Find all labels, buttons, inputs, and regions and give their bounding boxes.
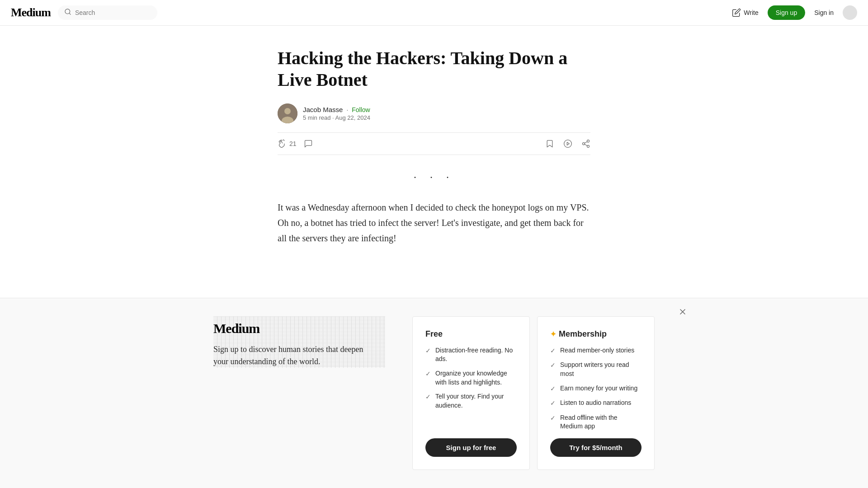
write-button[interactable]: Write (732, 8, 758, 17)
listen-button[interactable] (563, 139, 572, 148)
clap-icon (278, 139, 287, 148)
comment-icon (304, 139, 313, 148)
author-name-row: Jacob Masse · Follow (303, 106, 370, 113)
svg-point-9 (587, 145, 590, 147)
article-title: Hacking the Hackers: Taking Down a Live … (278, 47, 590, 91)
dot-separator: · (346, 106, 348, 113)
action-left: 21 (278, 139, 313, 148)
publish-date: Aug 22, 2024 (335, 114, 370, 121)
svg-line-11 (585, 141, 587, 143)
svg-point-8 (583, 143, 585, 145)
edit-icon (732, 8, 741, 17)
author-name: Jacob Masse (303, 106, 343, 113)
search-icon (64, 8, 71, 17)
write-label: Write (744, 9, 758, 16)
divider-dots: · · · (278, 171, 590, 183)
navbar: Medium Write Sign up Sign in (0, 0, 868, 26)
navbar-right: Write Sign up Sign in (732, 5, 857, 20)
bookmark-icon (545, 139, 554, 148)
author-row: Jacob Masse · Follow 5 min read · Aug 22… (278, 103, 590, 123)
author-info: Jacob Masse · Follow 5 min read · Aug 22… (303, 106, 370, 121)
svg-line-10 (585, 144, 587, 145)
read-time: 5 min read (303, 114, 330, 121)
save-button[interactable] (545, 139, 554, 148)
signup-button[interactable]: Sign up (768, 5, 805, 20)
search-bar[interactable] (58, 5, 157, 20)
svg-point-5 (564, 140, 572, 148)
avatar-image (278, 103, 297, 123)
svg-marker-6 (567, 142, 569, 145)
action-right (545, 139, 590, 148)
svg-point-3 (284, 108, 291, 114)
action-bar: 21 (278, 132, 590, 155)
clap-button[interactable]: 21 (278, 139, 297, 148)
svg-line-1 (69, 13, 71, 14)
search-input[interactable] (75, 9, 151, 16)
author-avatar[interactable] (278, 103, 297, 123)
signin-button[interactable]: Sign in (814, 9, 834, 16)
article-body: It was a Wednesday afternoon when I deci… (278, 200, 590, 246)
medium-logo[interactable]: Medium (11, 6, 51, 19)
play-icon (563, 139, 572, 148)
article-container: Hacking the Hackers: Taking Down a Live … (267, 26, 601, 246)
svg-point-7 (587, 140, 590, 142)
follow-button[interactable]: Follow (352, 106, 370, 113)
avatar[interactable] (843, 5, 857, 20)
share-icon (581, 139, 590, 148)
navbar-left: Medium (11, 5, 157, 20)
comment-button[interactable] (304, 139, 313, 148)
clap-count: 21 (289, 140, 297, 147)
share-button[interactable] (581, 139, 590, 148)
article-meta: 5 min read · Aug 22, 2024 (303, 114, 370, 121)
